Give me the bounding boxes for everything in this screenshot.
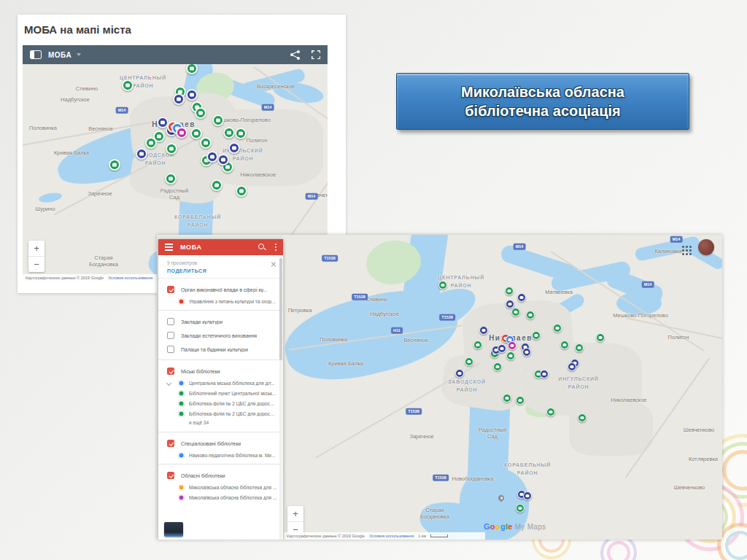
more-items-link[interactable]: и ещё 34: [158, 419, 283, 428]
embed-map-title[interactable]: МОБА: [48, 51, 71, 59]
legend-layer-row[interactable]: Міські бібліотеки: [158, 364, 283, 378]
legend-layer-row[interactable]: Палаци та будинки культури: [158, 342, 283, 356]
search-icon[interactable]: [258, 244, 266, 252]
legend-layer-row[interactable]: Спеціалізовані бібліотеки: [158, 436, 283, 450]
map-marker[interactable]: [498, 344, 506, 353]
map-marker[interactable]: [553, 324, 562, 332]
map-marker[interactable]: [540, 370, 549, 378]
layer-label[interactable]: Обласні бібліотеки: [181, 473, 225, 478]
map-marker[interactable]: [223, 127, 235, 139]
map-marker[interactable]: [206, 151, 218, 163]
more-icon[interactable]: [275, 244, 277, 246]
legend-layer-row[interactable]: Заклади культури: [158, 314, 283, 328]
map-marker[interactable]: [517, 293, 526, 302]
map-marker[interactable]: [568, 362, 576, 371]
account-avatar[interactable]: [698, 239, 714, 255]
map-marker[interactable]: [560, 341, 569, 349]
map-marker[interactable]: [195, 107, 206, 119]
layer-label[interactable]: Спеціалізовані бібліотеки: [181, 441, 241, 446]
legend-layer-row[interactable]: Заклади естетичного виховання: [158, 328, 283, 342]
layer-checkbox[interactable]: [167, 286, 174, 293]
map-marker[interactable]: [526, 311, 535, 319]
map-marker[interactable]: [186, 63, 198, 74]
map-marker[interactable]: [465, 357, 473, 366]
fullscreen-icon[interactable]: [311, 50, 320, 59]
legend-item-row[interactable]: Бібліотека-філія № 2 ЦБС для дорослих: [158, 398, 283, 408]
terms-link[interactable]: Условия использования: [369, 534, 414, 538]
basemap-thumbnail[interactable]: [164, 522, 183, 537]
map-marker[interactable]: [505, 287, 514, 295]
map-marker[interactable]: [235, 128, 247, 139]
map-marker[interactable]: [503, 394, 511, 402]
map-marker[interactable]: [511, 308, 520, 316]
panel-scrollbar[interactable]: [279, 257, 282, 540]
map-marker[interactable]: [228, 142, 240, 154]
legend-layer-row[interactable]: Орган виконавчої влади в сфері ку...: [158, 282, 283, 296]
panel-toggle-icon[interactable]: [30, 50, 42, 59]
map-marker[interactable]: [522, 348, 531, 357]
legend-item-row[interactable]: Бібліотека-філія № 2 ЦБС для дорослих: [158, 408, 283, 419]
close-icon[interactable]: [271, 261, 276, 267]
apps-grid-icon[interactable]: [682, 246, 684, 248]
legend-item-row[interactable]: Миколаївська обласна бібліотека для ...: [158, 492, 283, 502]
legend-item-row[interactable]: Миколаївська обласна бібліотека для ...: [158, 482, 283, 492]
map-marker[interactable]: [473, 341, 482, 349]
layer-checkbox[interactable]: [167, 332, 174, 339]
layer-label[interactable]: Орган виконавчої влади в сфері ку...: [181, 287, 267, 292]
map-marker[interactable]: [455, 369, 464, 378]
layer-label[interactable]: Палаци та будинки культури: [181, 347, 248, 352]
zoom-in-button[interactable]: +: [28, 241, 44, 256]
layer-checkbox[interactable]: [167, 368, 174, 375]
legend-item-row[interactable]: Бібліотечний пункт Центральної міськ...: [158, 388, 283, 398]
map-marker[interactable]: [166, 143, 177, 155]
layer-checkbox[interactable]: [167, 346, 174, 353]
map-marker[interactable]: [109, 159, 120, 171]
map-marker[interactable]: [596, 333, 605, 342]
map-marker[interactable]: [438, 281, 447, 289]
zoom-in-button[interactable]: +: [287, 506, 303, 521]
map-marker[interactable]: [479, 326, 488, 335]
legend-item-row[interactable]: Управління з питань культури та охор...: [158, 296, 283, 306]
menu-icon[interactable]: [165, 244, 173, 245]
layer-item-icon: [178, 484, 185, 491]
map-marker[interactable]: [165, 173, 177, 184]
map-marker[interactable]: [186, 89, 198, 101]
map-marker[interactable]: [546, 408, 555, 416]
map-marker[interactable]: [176, 127, 187, 139]
road-shield: Т1528: [439, 314, 455, 321]
share-button[interactable]: ПОДЕЛИТЬСЯ: [167, 268, 276, 273]
map-marker[interactable]: [532, 331, 541, 340]
map-marker[interactable]: [578, 413, 587, 422]
legend-item-row[interactable]: Центральна міська бібліотека для діт...: [158, 378, 283, 388]
map-marker[interactable]: [575, 343, 584, 352]
map-marker[interactable]: [508, 341, 516, 350]
map-marker[interactable]: [145, 137, 157, 149]
map-marker[interactable]: [122, 79, 133, 91]
share-icon[interactable]: [290, 50, 300, 60]
map-marker[interactable]: [236, 185, 247, 197]
layer-checkbox[interactable]: [167, 472, 174, 479]
map-marker[interactable]: [506, 351, 515, 360]
map-marker[interactable]: [516, 504, 525, 513]
map-marker[interactable]: [493, 362, 502, 371]
map-marker[interactable]: [190, 128, 202, 139]
layer-checkbox[interactable]: [167, 440, 174, 447]
map-marker[interactable]: [200, 137, 212, 149]
map-marker[interactable]: [506, 300, 514, 308]
terms-link[interactable]: Условия использования: [108, 276, 152, 280]
chevron-down-icon[interactable]: [166, 381, 171, 386]
legend-item-row[interactable]: Науково-педагогічна бібліотека м. Ми...: [158, 450, 283, 460]
legend-layer-row[interactable]: Обласні бібліотеки: [158, 468, 283, 482]
layer-label[interactable]: Заклади культури: [181, 319, 222, 324]
layer-label[interactable]: Заклади естетичного виховання: [181, 333, 257, 338]
map-marker[interactable]: [173, 93, 185, 105]
zoom-out-button[interactable]: −: [28, 256, 44, 272]
map-marker[interactable]: [136, 148, 147, 160]
map-marker[interactable]: [212, 114, 224, 126]
map-marker[interactable]: [211, 179, 222, 191]
layer-checkbox[interactable]: [167, 318, 174, 325]
map-marker[interactable]: [217, 154, 229, 166]
map-marker[interactable]: [523, 491, 532, 500]
map-marker[interactable]: [516, 396, 525, 405]
layer-label[interactable]: Міські бібліотеки: [181, 369, 220, 374]
